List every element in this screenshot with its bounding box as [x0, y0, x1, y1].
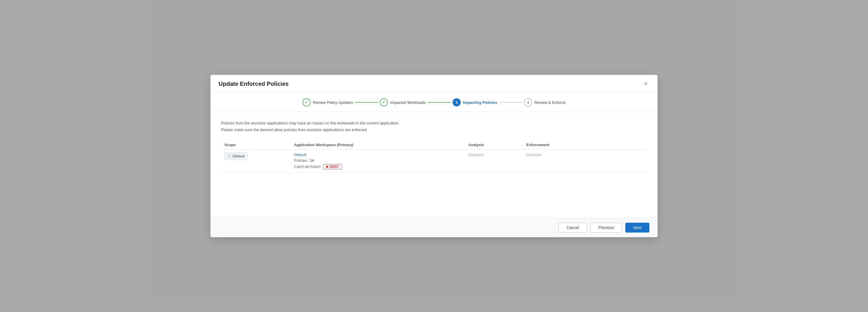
col-enforcement: Enforcement	[523, 140, 647, 150]
step-label-1: Review Policy Updates	[313, 100, 353, 105]
catch-all-label: Catch-all Action:	[294, 164, 321, 169]
close-button[interactable]: ×	[642, 80, 649, 88]
info-line-2: Please make sure the desired allow polic…	[221, 127, 647, 133]
deny-dot	[326, 166, 328, 168]
col-analysis: Analysis	[465, 140, 523, 150]
col-scope: Scope	[221, 140, 290, 150]
step-connector-3	[499, 102, 522, 103]
enforcement-value: Disabled	[526, 152, 542, 157]
enforcement-cell: Disabled	[523, 149, 647, 172]
catch-all-row: Catch-all Action: DENY	[294, 164, 461, 169]
workspace-cell: Default Policies: 14 Catch-all Action:	[290, 149, 465, 172]
modal-overlay: Update Enforced Policies × ✓ Review Poli…	[0, 0, 868, 312]
analysis-cell: Disabled	[465, 149, 523, 172]
policy-table: Scope Application Workspace (Primary) An…	[221, 140, 647, 173]
step-connector-1	[355, 102, 378, 103]
check-icon-2: ✓	[382, 100, 385, 105]
scope-badge[interactable]: ⬡ Default	[224, 152, 248, 160]
next-button[interactable]: Next	[625, 223, 649, 233]
step-review-enforce: 4 Review & Enforce	[524, 98, 565, 106]
cancel-button[interactable]: Cancel	[559, 223, 587, 233]
modal-header: Update Enforced Policies ×	[211, 75, 657, 92]
workspace-info: Default Policies: 14 Catch-all Action:	[294, 152, 461, 169]
workspace-name[interactable]: Default	[294, 152, 461, 157]
step-connector-2	[428, 102, 451, 103]
policies-value: 14	[310, 158, 314, 163]
info-text: Policies from the ancestor applications …	[221, 120, 647, 133]
table-header: Scope Application Workspace (Primary) An…	[221, 140, 647, 150]
deny-badge: DENY	[323, 164, 342, 169]
scope-badge-label: Default	[232, 154, 244, 158]
header-row: Scope Application Workspace (Primary) An…	[221, 140, 647, 150]
step-label-4: Review & Enforce	[534, 100, 565, 105]
analysis-value: Disabled	[468, 152, 484, 157]
step-impacted-workloads: ✓ Impacted Workloads	[380, 98, 426, 106]
step-number-3: 3	[456, 100, 458, 105]
col-workspace: Application Workspace (Primary)	[290, 140, 465, 150]
scope-icon: ⬡	[227, 154, 231, 159]
scope-cell: ⬡ Default	[221, 149, 290, 172]
deny-label: DENY	[330, 165, 339, 169]
step-circle-1: ✓	[303, 98, 311, 106]
policies-label: Policies:	[294, 158, 308, 163]
step-label-3: Impacting Policies	[463, 100, 498, 105]
check-icon-1: ✓	[305, 100, 308, 105]
policies-row: Policies: 14	[294, 158, 461, 163]
modal: Update Enforced Policies × ✓ Review Poli…	[211, 75, 657, 237]
modal-footer: Cancel Previous Next	[211, 218, 657, 237]
step-impacting-policies: 3 Impacting Policies	[453, 98, 498, 106]
step-circle-2: ✓	[380, 98, 388, 106]
step-circle-4: 4	[524, 98, 532, 106]
table-body: ⬡ Default Default Policies: 14	[221, 149, 647, 172]
info-line-1: Policies from the ancestor applications …	[221, 120, 647, 127]
step-review-policy-updates: ✓ Review Policy Updates	[303, 98, 353, 106]
stepper: ✓ Review Policy Updates ✓ Impacted Workl…	[211, 92, 657, 112]
step-label-2: Impacted Workloads	[390, 100, 426, 105]
previous-button[interactable]: Previous	[590, 223, 622, 233]
modal-title: Update Enforced Policies	[219, 81, 288, 87]
step-circle-3: 3	[453, 98, 461, 106]
table-row: ⬡ Default Default Policies: 14	[221, 149, 647, 172]
step-number-4: 4	[527, 100, 529, 105]
modal-body: Policies from the ancestor applications …	[211, 112, 657, 218]
